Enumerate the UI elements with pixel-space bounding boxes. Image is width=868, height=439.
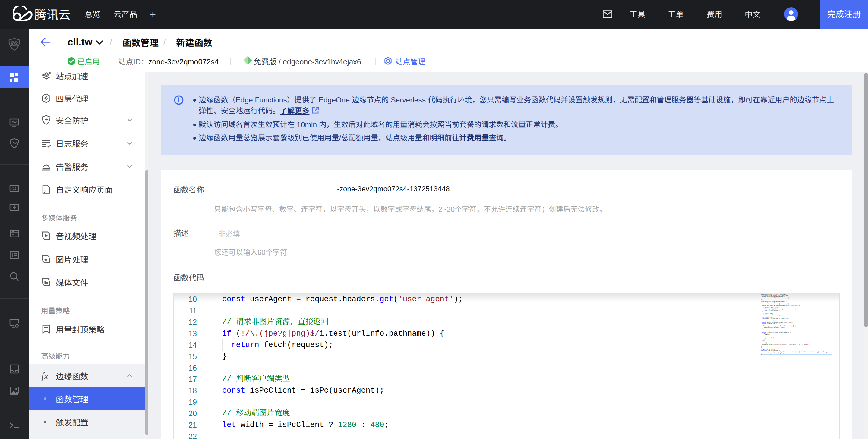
svg-text:fx: fx: [41, 370, 48, 381]
